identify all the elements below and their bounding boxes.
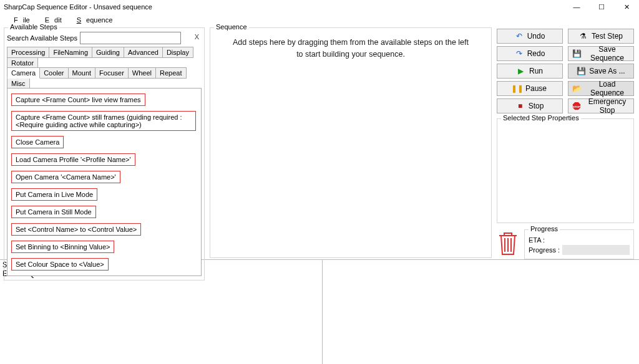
- menu-bar: File Edit Sequence: [0, 14, 639, 26]
- tab-processing[interactable]: Processing: [7, 47, 49, 58]
- tab-advanced[interactable]: Advanced: [124, 47, 163, 58]
- save-as-icon: 💾: [577, 67, 585, 75]
- sequence-placeholder: Add steps here by dragging them from the…: [210, 28, 491, 69]
- flask-icon: ⚗: [579, 32, 588, 41]
- menu-sequence[interactable]: Sequence: [67, 15, 118, 25]
- tab-mount[interactable]: Mount: [68, 67, 96, 79]
- eta-label: ETA :: [529, 236, 630, 244]
- stop-icon: ■: [516, 102, 525, 110]
- available-steps-group: Available Steps Search Available Steps X…: [4, 27, 205, 280]
- step-item[interactable]: Put Camera in Live Mode: [11, 188, 97, 201]
- tab-display[interactable]: Display: [162, 47, 193, 58]
- tab-camera[interactable]: Camera: [7, 67, 40, 79]
- test-step-button[interactable]: ⚗Test Step: [568, 29, 634, 44]
- svg-text:STOP: STOP: [573, 105, 580, 108]
- play-icon: ▶: [517, 67, 525, 75]
- window-controls: — ☐ ✕: [564, 0, 639, 14]
- tab-guiding[interactable]: Guiding: [92, 47, 124, 58]
- maximize-button[interactable]: ☐: [589, 0, 614, 14]
- selected-legend: Selected Step Properties: [501, 114, 581, 122]
- available-steps-legend: Available Steps: [8, 23, 59, 31]
- load-sequence-button[interactable]: 📂Load Sequence: [568, 81, 634, 96]
- search-input[interactable]: [80, 32, 181, 44]
- pause-button[interactable]: ❚❚Pause: [497, 81, 563, 96]
- pause-icon: ❚❚: [513, 84, 522, 93]
- code-right-pane: [323, 260, 640, 364]
- progress-legend: Progress: [529, 225, 560, 232]
- tab-wheel[interactable]: Wheel: [128, 67, 156, 79]
- tabs-row-2: CameraCoolerMountFocuserWheelRepeatMisc: [7, 67, 202, 89]
- tabs-row-1: ProcessingFileNamingGuidingAdvancedDispl…: [7, 47, 202, 68]
- sequence-legend: Sequence: [214, 23, 249, 31]
- stop-sign-icon: STOP: [572, 101, 581, 111]
- step-item[interactable]: Load Camera Profile '<Profile Name>': [11, 153, 135, 166]
- emergency-stop-button[interactable]: STOP Emergency Stop: [568, 98, 634, 113]
- selected-step-properties: Selected Step Properties: [497, 118, 634, 223]
- search-label: Search Available Steps: [7, 34, 77, 42]
- folder-open-icon: 📂: [572, 84, 581, 93]
- tab-filenaming[interactable]: FileNaming: [49, 47, 92, 58]
- step-item[interactable]: Set Colour Space to <Value>: [11, 258, 109, 271]
- stop-button[interactable]: ■Stop: [497, 98, 563, 113]
- step-item[interactable]: Put Camera in Still Mode: [11, 206, 96, 218]
- save-as-button[interactable]: 💾Save As ...: [568, 64, 634, 79]
- minimize-button[interactable]: —: [564, 0, 589, 14]
- redo-button[interactable]: ↷Redo: [497, 46, 563, 61]
- step-item[interactable]: Open Camera '<Camera Name>': [11, 171, 120, 183]
- save-icon: 💾: [572, 49, 581, 58]
- sequence-group[interactable]: Sequence Add steps here by dragging them…: [210, 27, 492, 258]
- tab-focuser[interactable]: Focuser: [95, 67, 129, 79]
- title-bar: SharpCap Sequence Editor - Unsaved seque…: [0, 0, 639, 14]
- undo-button[interactable]: ↶Undo: [497, 29, 563, 44]
- tab-repeat[interactable]: Repeat: [155, 67, 186, 79]
- step-item[interactable]: Set <Control Name> to <Control Value>: [11, 223, 141, 236]
- undo-icon: ↶: [515, 32, 524, 41]
- progress-label: Progress :: [529, 246, 560, 254]
- progress-group: Progress ETA : Progress :: [524, 229, 634, 259]
- close-button[interactable]: ✕: [614, 0, 639, 14]
- steps-list[interactable]: Capture <Frame Count> live view framesCa…: [10, 91, 198, 273]
- step-item[interactable]: Set Binning to <Binning Value>: [11, 241, 114, 253]
- redo-icon: ↷: [515, 49, 524, 58]
- step-item[interactable]: Capture <Frame Count> live view frames: [11, 93, 145, 106]
- run-button[interactable]: ▶Run: [497, 64, 563, 79]
- tab-cooler[interactable]: Cooler: [39, 67, 68, 79]
- save-sequence-button[interactable]: 💾Save Sequence: [568, 46, 634, 61]
- search-clear-icon[interactable]: X: [195, 33, 199, 41]
- trash-icon[interactable]: [497, 229, 519, 257]
- window-title: SharpCap Sequence Editor - Unsaved seque…: [4, 3, 152, 11]
- step-item[interactable]: Capture <Frame Count> still frames (guid…: [11, 111, 196, 131]
- steps-pane: Capture <Frame Count> live view framesCa…: [7, 88, 202, 276]
- progress-bar: [562, 245, 630, 255]
- step-item[interactable]: Close Camera: [11, 136, 64, 148]
